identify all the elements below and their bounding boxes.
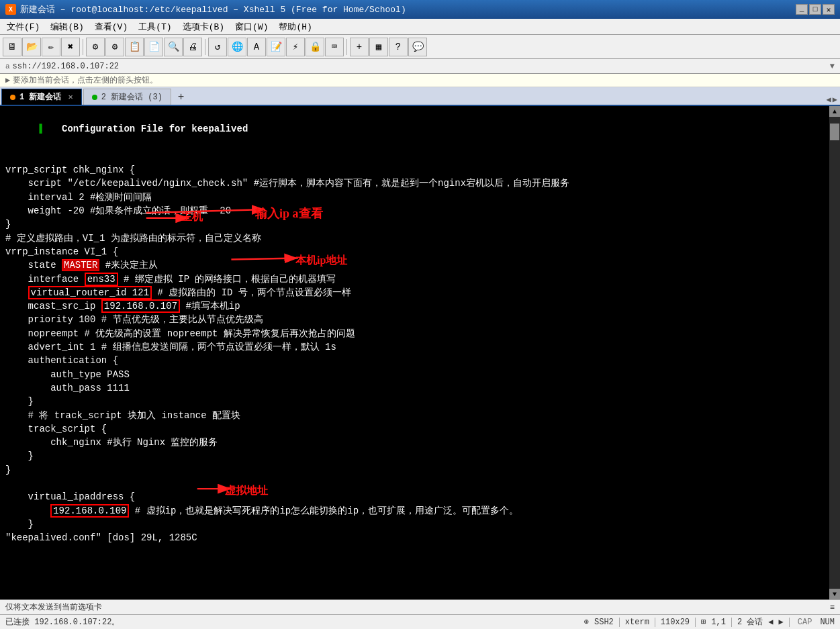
terminal-vrrp-instance: vrrp_instance VI_1 {	[5, 245, 827, 258]
network-button[interactable]: 🌐	[228, 38, 246, 56]
terminal-priority: priority 100 # 节点优先级，主要比从节点优先级高	[5, 313, 827, 326]
protocol-text: SSH2	[594, 618, 614, 627]
tab2-dot	[92, 95, 97, 100]
script-button[interactable]: ⚡	[286, 38, 305, 56]
terminal-blank1	[5, 150, 827, 163]
address-bar: a ssh://192.168.0.107:22 ▼	[0, 59, 840, 74]
cursor-coord: 1,1	[711, 618, 726, 627]
highlight-master: MASTER	[62, 259, 99, 271]
delete-button[interactable]: ✖	[61, 38, 80, 56]
plus-button[interactable]: +	[350, 38, 369, 56]
maximize-button[interactable]: □	[809, 4, 821, 15]
protocol-badge: ⊕	[584, 617, 589, 627]
help-button[interactable]: ?	[389, 38, 408, 56]
cap-indicator: CAP	[795, 618, 815, 627]
terminal-track-close: }	[5, 449, 827, 463]
terminal-virtual-ip: 192.168.0.109 # 虚拟ip，也就是解决写死程序的ip怎么能切换的i…	[5, 504, 827, 518]
cursor-pos: ⊞	[701, 617, 706, 627]
divider4	[731, 618, 732, 627]
open-button[interactable]: 📂	[22, 38, 41, 56]
keyboard-button[interactable]: ⌨	[325, 38, 344, 56]
sessions-next[interactable]: ▶	[779, 617, 784, 627]
print-button[interactable]: 🖨	[183, 38, 202, 56]
toolbar: 🖥 📂 ✏ ✖ ⚙ ⚙ 📋 📄 🔍 🖨 ↺ 🌐 A 📝 ⚡ 🔒 ⌨ + ▦ ? …	[0, 35, 840, 59]
divider2	[655, 618, 655, 627]
settings-button[interactable]: ⚙	[86, 38, 105, 56]
app-icon: X	[5, 4, 16, 15]
tab-scroll-left[interactable]: ◀	[827, 95, 831, 105]
scroll-thumb[interactable]	[830, 124, 839, 140]
connected-info: ⊕ SSH2 xterm 110x29 ⊞ 1,1 2 会话 ◀ ▶ CAP N…	[584, 616, 835, 628]
terminal-content[interactable]: ▌ Configuration File for keepalived vrrp…	[0, 106, 840, 598]
pen-button[interactable]: ✏	[42, 38, 60, 56]
terminal-comment-define: # 定义虚拟路由，VI_1 为虚拟路由的标示符，自己定义名称	[5, 232, 827, 245]
dimensions: 110x29	[661, 618, 690, 627]
tab1-close[interactable]: ✕	[68, 92, 73, 102]
highlight-virtual-router: virtual_router_id 121	[28, 286, 152, 299]
sessions-count: 2 会话	[737, 616, 763, 628]
layout-button[interactable]: ▦	[369, 38, 388, 56]
info-text: 要添加当前会话，点击左侧的箭头按钮。	[13, 75, 158, 86]
scroll-up-button[interactable]: ▲	[829, 106, 840, 117]
tab1-dot	[10, 95, 15, 100]
terminal-interval: interval 2 #检测时间间隔	[5, 191, 827, 204]
refresh-button[interactable]: ↺	[208, 38, 227, 56]
menu-bar: 文件(F) 编辑(B) 查看(V) 工具(T) 选项卡(B) 窗口(W) 帮助(…	[0, 19, 840, 35]
font-button[interactable]: A	[247, 38, 266, 56]
menu-view[interactable]: 查看(V)	[91, 20, 132, 34]
status-bar: 仅将文本发送到当前选项卡 ≡	[0, 599, 840, 614]
window-title: 新建会话 – root@localhost:/etc/keepalived – …	[20, 3, 406, 15]
menu-tabs[interactable]: 选项卡(B)	[179, 20, 228, 34]
highlight-virtual-ip: 192.168.0.109	[50, 504, 129, 518]
divider3	[695, 618, 696, 627]
paste-button[interactable]: 📄	[144, 38, 163, 56]
comment-button[interactable]: 💬	[408, 38, 427, 56]
tab-add-button[interactable]: +	[173, 90, 190, 105]
menu-edit[interactable]: 编辑(B)	[46, 20, 87, 34]
info-icon: ▶	[5, 75, 10, 85]
menu-window[interactable]: 窗口(W)	[231, 20, 272, 34]
tab-scroll-right[interactable]: ▶	[833, 95, 837, 105]
terminal-blank2	[5, 477, 827, 490]
info-bar: ▶ 要添加当前会话，点击左侧的箭头按钮。	[0, 74, 840, 87]
connected-bar: 已连接 192.168.0.107:22。 ⊕ SSH2 xterm 110x2…	[0, 614, 840, 629]
terminal-chk-nginx: chk_nginx #执行 Nginx 监控的服务	[5, 436, 827, 449]
minimize-button[interactable]: _	[796, 4, 808, 15]
tab-1[interactable]: 1 新建会话 ✕	[1, 89, 82, 105]
menu-file[interactable]: 文件(F)	[3, 20, 44, 34]
address-url: ssh://192.168.0.107:22	[13, 62, 119, 71]
compose-button[interactable]: 📝	[267, 38, 285, 56]
terminal-nopreempt: nopreempt # 优先级高的设置 nopreempt 解决异常恢复后再次抢…	[5, 327, 827, 340]
new-session-button[interactable]: 🖥	[3, 38, 21, 56]
scroll-down-button[interactable]: ▼	[829, 589, 840, 599]
terminal-track-block: track_script {	[5, 422, 827, 436]
terminal-auth-block: authentication {	[5, 354, 827, 367]
copy-button[interactable]: 📋	[125, 38, 144, 56]
terminal-auth-type: auth_type PASS	[5, 368, 827, 381]
terminal-weight: weight -20 #如果条件成立的话，则权重 -20	[5, 204, 827, 217]
menu-help[interactable]: 帮助(H)	[275, 20, 316, 34]
search-button[interactable]: 🔍	[164, 38, 183, 56]
lock-button[interactable]: 🔒	[306, 38, 324, 56]
terminal-mcast: mcast_src_ip 192.168.0.107 #填写本机ip	[5, 299, 827, 313]
terminal-scrollbar[interactable]: ▲ ▼	[829, 106, 840, 599]
close-button[interactable]: ✕	[823, 4, 835, 15]
terminal-virtual-ip-close: }	[5, 518, 827, 531]
settings2-button[interactable]: ⚙	[105, 38, 124, 56]
connected-text: 已连接 192.168.0.107:22。	[5, 616, 579, 628]
sessions-prev[interactable]: ◀	[768, 617, 773, 627]
menu-tools[interactable]: 工具(T)	[134, 20, 175, 34]
terminal-auth-close: }	[5, 395, 827, 408]
tab-2[interactable]: 2 新建会话 (3)	[83, 89, 171, 105]
divider1	[619, 618, 620, 627]
terminal-state: state MASTER #来决定主从	[5, 258, 827, 272]
terminal-brace2: }	[5, 463, 827, 477]
address-icon: a	[5, 62, 10, 70]
terminal-auth-pass: auth_pass 1111	[5, 381, 827, 395]
window-controls[interactable]: _ □ ✕	[796, 4, 835, 15]
tab-bar: 1 新建会话 ✕ 2 新建会话 (3) + ◀ ▶	[0, 87, 840, 106]
terminal-brace1: }	[5, 217, 827, 231]
status-expand-icon[interactable]: ≡	[830, 603, 835, 612]
terminal-comment-track: # 将 track_script 块加入 instance 配置块	[5, 409, 827, 422]
address-dropdown[interactable]: ▼	[830, 62, 835, 71]
